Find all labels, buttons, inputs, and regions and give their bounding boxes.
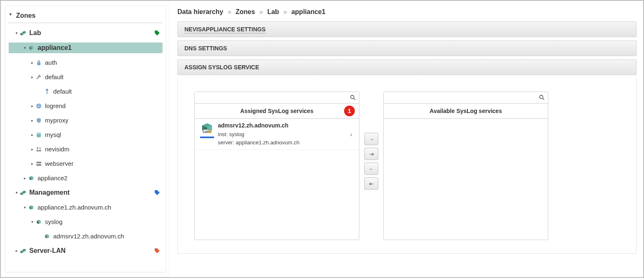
assigned-search-input[interactable]: [195, 92, 347, 103]
move-left-button[interactable]: ←: [364, 163, 378, 175]
tree-label: webserver: [45, 160, 73, 167]
cube-icon: [28, 175, 35, 181]
chevron-right-icon: [29, 162, 35, 166]
panel-nevis[interactable]: NEVISAPPLIANCE SETTINGS: [177, 21, 637, 37]
tree-label: default: [45, 73, 64, 80]
tree-label: syslog: [45, 218, 63, 225]
tag-icon: [154, 30, 160, 36]
svg-point-12: [37, 165, 38, 165]
tree-item-lab[interactable]: Lab: [9, 28, 163, 38]
tree-item-appliance2[interactable]: appliance2: [9, 173, 163, 183]
available-search-input[interactable]: [384, 92, 535, 103]
chevron-down-icon: [29, 220, 35, 224]
chevron-right-icon: [22, 176, 28, 180]
shield-icon: [35, 117, 42, 124]
svg-rect-3: [47, 93, 48, 94]
tag-icon: [154, 190, 160, 196]
users-icon: [35, 146, 42, 153]
move-all-left-button[interactable]: ⇤: [364, 177, 378, 190]
tree-label: nevisidm: [45, 146, 69, 153]
chevron-down-icon: [14, 191, 19, 195]
tree-label: Server-LAN: [29, 247, 66, 254]
assigned-item[interactable]: LOG admsrv12.zh.adnovum.ch inst: syslog …: [195, 119, 359, 150]
move-all-right-button[interactable]: ⇥: [364, 148, 378, 160]
tree-item-auth[interactable]: auth: [9, 57, 163, 68]
tree-label: appliance1.zh.adnovum.ch: [38, 204, 111, 211]
svg-point-1: [46, 89, 48, 91]
svg-text:LOG: LOG: [203, 130, 209, 133]
move-right-button[interactable]: →: [364, 133, 378, 145]
breadcrumb-lab[interactable]: Lab: [267, 8, 279, 15]
cubes-icon: [19, 247, 27, 254]
tree-item-appliance1zh[interactable]: appliance1.zh.adnovum.ch: [9, 202, 163, 212]
svg-point-7: [37, 147, 38, 149]
chevron-right-icon: [29, 118, 35, 123]
svg-point-11: [37, 162, 38, 163]
tree-label: auth: [45, 59, 57, 66]
panel-dns[interactable]: DNS SETTINGS: [177, 40, 637, 56]
item-title: admsrv12.zh.adnovum.ch: [218, 122, 347, 130]
search-icon[interactable]: [535, 92, 548, 103]
count-badge: 1: [344, 106, 355, 116]
chevron-right-icon: [14, 249, 19, 253]
tree-item-appliance1[interactable]: appliance1: [9, 42, 163, 53]
wrench-icon: [35, 74, 42, 80]
tree-item-myproxy[interactable]: myproxy: [9, 115, 163, 125]
lock-icon: [35, 59, 42, 66]
chevron-down-icon: [22, 205, 28, 210]
log-icon: L: [35, 219, 42, 225]
tree-item-serverlan[interactable]: Server-LAN: [9, 245, 163, 256]
cube-icon: [28, 204, 35, 211]
search-icon[interactable]: [347, 92, 359, 103]
tree-item-nevisidm[interactable]: nevisidm: [9, 144, 163, 154]
item-server: server: appliance1.zh.adnovum.ch: [218, 139, 347, 147]
tree-label: Lab: [29, 29, 41, 37]
svg-point-6: [37, 132, 41, 134]
tree-item-syslog[interactable]: Lsyslog: [9, 217, 163, 227]
panel-syslog[interactable]: ASSIGN SYSLOG SERVICE: [177, 59, 637, 75]
transfer-buttons: → ⇥ ← ⇤: [364, 133, 378, 190]
breadcrumb-zones[interactable]: Zones: [236, 8, 255, 15]
chevron-right-icon: [29, 133, 35, 137]
svg-point-19: [540, 95, 543, 99]
chevron-right-icon: [29, 75, 35, 79]
tree-label: logrend: [45, 102, 66, 109]
sidebar-tree: Zones Lab: [1, 1, 170, 277]
syslog-body: Assigned SysLog services 1 LOG admsrv12.…: [177, 78, 637, 254]
log-server-icon: LOG: [201, 122, 214, 135]
assigned-header: Assigned SysLog services 1: [195, 104, 359, 119]
tree-item-admsrv12[interactable]: admsrv12.zh.adnovum.ch: [9, 231, 163, 241]
database-icon: [35, 132, 42, 138]
tree-label: default: [53, 88, 72, 95]
tree-label: appliance2: [38, 174, 68, 181]
assigned-listbox: Assigned SysLog services 1 LOG admsrv12.…: [194, 92, 359, 240]
tree-item-management[interactable]: Management: [9, 187, 163, 198]
tree-label: mysql: [45, 131, 61, 138]
svg-text:L: L: [38, 221, 39, 224]
breadcrumb: Data hierarchy » Zones » Lab » appliance…: [177, 8, 637, 21]
cubes-icon: [19, 30, 27, 36]
chevron-right-icon: ›: [347, 131, 355, 138]
breadcrumb-root[interactable]: Data hierarchy: [177, 8, 223, 15]
svg-line-15: [354, 98, 355, 100]
svg-rect-2: [47, 91, 47, 94]
chevron-right-icon: [29, 147, 35, 151]
tree-item-webserver[interactable]: webserver: [9, 158, 163, 169]
globe-icon: [35, 103, 42, 109]
log-icon: [43, 233, 51, 240]
tree-item-default-2[interactable]: default: [9, 86, 163, 97]
item-inst: inst: syslog: [218, 130, 347, 139]
chevron-down-icon: [22, 46, 28, 50]
svg-rect-0: [37, 62, 40, 65]
tree-item-default-1[interactable]: default: [9, 72, 163, 82]
cubes-icon: [19, 189, 27, 196]
key-icon: [43, 88, 51, 95]
tree-item-mysql[interactable]: mysql: [9, 130, 163, 140]
tree-label: Management: [29, 189, 70, 196]
zones-header[interactable]: Zones: [9, 10, 163, 23]
tree-item-logrend[interactable]: logrend: [9, 101, 163, 111]
available-listbox: Available SysLog services: [383, 92, 548, 240]
tree-label: appliance1: [38, 44, 72, 52]
tree-label: myproxy: [45, 117, 68, 124]
breadcrumb-leaf: appliance1: [291, 8, 326, 15]
